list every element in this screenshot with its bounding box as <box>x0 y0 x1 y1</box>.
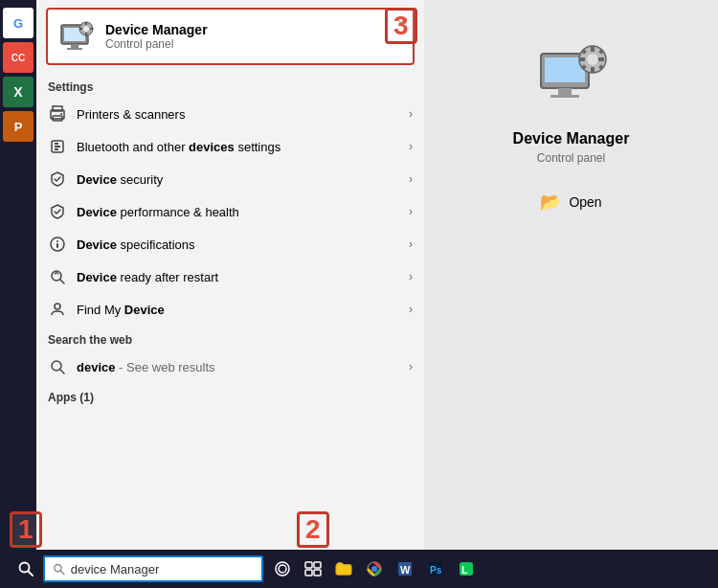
menu-item-specs-arrow: › <box>409 237 413 251</box>
svg-rect-17 <box>55 148 58 150</box>
menu-item-printers[interactable]: Printers & scanners › <box>36 98 424 130</box>
taskbar-search-input-icon <box>53 562 65 576</box>
svg-point-51 <box>371 566 377 572</box>
svg-rect-9 <box>90 28 93 30</box>
svg-text:W: W <box>400 564 411 576</box>
svg-rect-2 <box>71 44 79 48</box>
svg-rect-16 <box>55 146 60 147</box>
menu-item-bluetooth-arrow: › <box>409 140 413 153</box>
menu-item-health[interactable]: Device performance & health › <box>36 195 424 228</box>
sidebar-app-google[interactable]: G <box>3 8 34 38</box>
svg-text:L: L <box>461 564 468 576</box>
annotation-3: 3 <box>385 8 417 44</box>
right-panel-device-manager-icon <box>533 38 610 115</box>
svg-point-44 <box>276 562 289 576</box>
taskbar-cortana-icon[interactable] <box>267 550 298 588</box>
top-result-text: Device Manager Control panel <box>105 22 208 51</box>
printer-icon <box>48 104 67 124</box>
menu-item-security[interactable]: Device security › <box>36 163 424 195</box>
taskbar-line-icon[interactable]: L <box>451 550 482 588</box>
person-icon <box>48 300 67 319</box>
svg-point-45 <box>279 565 286 573</box>
svg-rect-6 <box>85 22 87 25</box>
apps-section-label: Apps (1) <box>36 383 424 408</box>
menu-item-printers-arrow: › <box>409 107 413 121</box>
taskbar-search-box[interactable] <box>43 555 263 582</box>
svg-rect-3 <box>67 48 82 50</box>
menu-item-restart-text: Device ready after restart <box>77 270 399 284</box>
open-button[interactable]: 📂 Open <box>532 188 609 216</box>
svg-rect-8 <box>79 28 82 30</box>
svg-rect-28 <box>558 88 572 95</box>
bluetooth-icon <box>48 137 67 156</box>
svg-rect-15 <box>55 143 58 145</box>
menu-item-find-text: Find My Device <box>77 303 399 317</box>
svg-rect-7 <box>85 33 87 35</box>
restart-search-icon <box>48 267 67 286</box>
menu-item-restart[interactable]: Device ready after restart › <box>36 260 424 293</box>
info-icon <box>48 235 67 254</box>
svg-point-19 <box>56 240 58 242</box>
annotation-2: 2 <box>297 511 329 548</box>
taskbar-search-input[interactable] <box>71 562 254 577</box>
svg-point-31 <box>587 54 598 65</box>
menu-item-web-arrow: › <box>409 360 413 373</box>
sidebar-apps: G CC X P <box>0 0 36 551</box>
sidebar-app-excel[interactable]: X <box>3 77 34 107</box>
svg-line-22 <box>60 280 64 283</box>
menu-item-restart-arrow: › <box>409 270 413 283</box>
menu-item-find-arrow: › <box>409 303 413 316</box>
svg-rect-49 <box>314 570 321 576</box>
annotation-1: 1 <box>10 511 42 548</box>
svg-line-25 <box>60 370 64 373</box>
taskbar-file-explorer-icon[interactable] <box>328 550 359 588</box>
svg-rect-20 <box>56 243 58 248</box>
taskbar-search-icon[interactable] <box>8 550 43 588</box>
top-result-box[interactable]: Device Manager Control panel × <box>46 8 415 65</box>
sidebar-app-cc[interactable]: CC <box>3 42 34 73</box>
svg-rect-46 <box>305 562 312 568</box>
menu-item-specs[interactable]: Device specifications › <box>36 228 424 260</box>
taskbar-word-icon[interactable]: W <box>390 550 420 588</box>
menu-item-find[interactable]: Find My Device › <box>36 293 424 326</box>
menu-item-bluetooth[interactable]: Bluetooth and other devices settings › <box>36 130 424 163</box>
settings-section-label: Settings <box>36 73 424 98</box>
svg-line-41 <box>28 572 33 577</box>
menu-item-printers-text: Printers & scanners <box>77 107 399 122</box>
top-result-subtitle: Control panel <box>105 37 208 51</box>
svg-text:Ps: Ps <box>430 565 442 576</box>
menu-item-web-text: device - See web results <box>77 360 399 374</box>
menu-item-security-arrow: › <box>409 172 413 186</box>
svg-line-43 <box>60 571 63 574</box>
taskbar-taskview-icon[interactable] <box>298 550 328 588</box>
right-panel: Device Manager Control panel 📂 Open <box>424 0 718 551</box>
svg-point-23 <box>55 304 60 309</box>
menu-item-health-arrow: › <box>409 205 413 218</box>
open-folder-icon: 📂 <box>540 192 561 213</box>
taskbar-chrome-icon[interactable] <box>359 550 390 588</box>
svg-rect-32 <box>591 46 595 52</box>
taskbar: W Ps L <box>0 550 718 588</box>
svg-rect-35 <box>598 57 604 61</box>
menu-item-web-search[interactable]: device - See web results › <box>36 351 424 383</box>
shield-health-icon <box>48 202 67 221</box>
svg-rect-29 <box>550 95 579 98</box>
start-menu: Device Manager Control panel × Settings … <box>36 0 424 551</box>
svg-point-13 <box>60 113 62 115</box>
svg-rect-48 <box>305 570 312 576</box>
sidebar-app-powerpoint[interactable]: P <box>3 111 34 142</box>
web-section-label: Search the web <box>36 326 424 351</box>
right-panel-title: Device Manager <box>513 130 630 147</box>
svg-rect-11 <box>53 106 62 111</box>
svg-rect-47 <box>314 562 321 568</box>
svg-rect-34 <box>579 57 585 61</box>
shield-security-icon <box>48 170 67 189</box>
menu-item-security-text: Device security <box>77 172 399 187</box>
taskbar-photoshop-icon[interactable]: Ps <box>420 550 451 588</box>
svg-rect-33 <box>591 67 595 73</box>
menu-item-specs-text: Device specifications <box>77 237 399 252</box>
device-manager-icon <box>57 17 96 56</box>
menu-item-health-text: Device performance & health <box>77 205 399 219</box>
right-panel-subtitle: Control panel <box>537 151 605 165</box>
web-search-icon <box>48 357 67 376</box>
